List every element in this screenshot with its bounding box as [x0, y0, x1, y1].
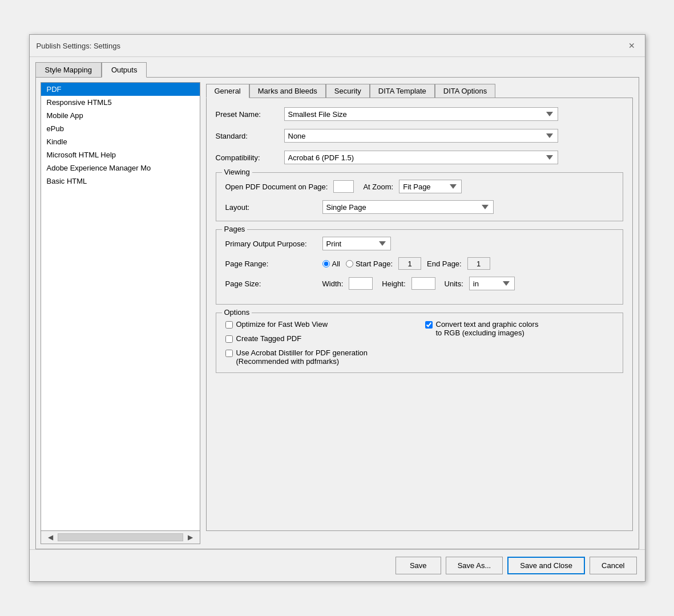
end-page-label: End Page:	[427, 260, 462, 268]
list-item-kindle[interactable]: Kindle	[41, 135, 200, 148]
checkbox-tagged[interactable]: Create Tagged PDF	[225, 334, 414, 343]
save-button[interactable]: Save	[395, 557, 441, 574]
standard-row: Standard: None	[216, 129, 623, 143]
list-item-htmlhelp[interactable]: Microsoft HTML Help	[41, 148, 200, 161]
list-item-mobile[interactable]: Mobile App	[41, 109, 200, 122]
scroll-left-arrow[interactable]: ◀	[45, 532, 56, 542]
layout-row: Layout: Single Page	[225, 200, 614, 214]
radio-start[interactable]	[346, 260, 353, 268]
standard-label: Standard:	[216, 132, 284, 140]
primary-output-select[interactable]: Print	[322, 237, 391, 250]
compatibility-label: Compatibility:	[216, 153, 284, 162]
page-range-label: Page Range:	[225, 260, 317, 268]
viewing-section: Viewing Open PDF Document on Page: At Zo…	[216, 172, 623, 221]
checkbox-optimize-input[interactable]	[225, 321, 233, 329]
dialog-content: PDF Responsive HTML5 Mobile App ePub Kin…	[35, 77, 639, 549]
tab-general[interactable]: General	[206, 84, 249, 98]
checkbox-distiller-label: Use Acrobat Distiller for PDF generation…	[236, 348, 368, 366]
dialog-tabs: Style Mapping Outputs	[30, 57, 645, 77]
tab-style-mapping[interactable]: Style Mapping	[35, 62, 102, 78]
options-legend: Options	[222, 308, 252, 317]
right-panel: General Marks and Bleeds Security DITA T…	[200, 78, 639, 549]
at-zoom-label: At Zoom:	[363, 183, 393, 191]
preset-name-label: Preset Name:	[216, 110, 284, 119]
footer: Save Save As... Save and Close Cancel	[30, 549, 645, 581]
tab-security[interactable]: Security	[326, 84, 370, 98]
checkbox-distiller[interactable]: Use Acrobat Distiller for PDF generation…	[225, 348, 414, 366]
save-as-button[interactable]: Save As...	[446, 557, 503, 574]
checkbox-optimize-label: Optimize for Fast Web View	[236, 320, 328, 329]
tab-marks-bleeds[interactable]: Marks and Bleeds	[249, 84, 326, 98]
open-pdf-row: Open PDF Document on Page: At Zoom: Fit …	[225, 180, 614, 193]
compatibility-row: Compatibility: Acrobat 6 (PDF 1.5)	[216, 151, 623, 164]
scroll-right-arrow[interactable]: ▶	[184, 532, 196, 542]
cancel-button[interactable]: Cancel	[590, 557, 636, 574]
options-section: Options Optimize for Fast Web View Creat…	[216, 313, 623, 373]
checkbox-convert-colors[interactable]: Convert text and graphic colorsto RGB (e…	[425, 320, 614, 337]
standard-select[interactable]: None	[284, 129, 558, 143]
preset-name-select[interactable]: Smallest File Size	[284, 107, 558, 121]
primary-output-row: Primary Output Purpose: Print	[225, 237, 614, 250]
page-size-label: Page Size:	[225, 279, 317, 288]
preset-name-row: Preset Name: Smallest File Size	[216, 107, 623, 121]
units-select[interactable]: in cm mm pt	[469, 277, 515, 290]
tab-dita-options[interactable]: DITA Options	[435, 84, 495, 98]
dialog-title: Publish Settings: Settings	[37, 42, 120, 50]
width-input[interactable]	[349, 277, 373, 290]
checkbox-tagged-input[interactable]	[225, 335, 233, 343]
at-zoom-select[interactable]: Fit Page	[399, 180, 462, 193]
general-tab-content: Preset Name: Smallest File Size Standard…	[206, 98, 633, 531]
layout-label: Layout:	[225, 203, 317, 212]
tab-outputs[interactable]: Outputs	[102, 62, 147, 78]
open-pdf-label: Open PDF Document on Page:	[225, 183, 328, 191]
height-input[interactable]	[411, 277, 435, 290]
page-range-row: Page Range: All Start Page: End Page:	[225, 257, 614, 270]
radio-all[interactable]	[322, 260, 330, 268]
width-label: Width:	[322, 279, 344, 288]
list-item-pdf[interactable]: PDF	[41, 83, 200, 96]
title-bar: Publish Settings: Settings ✕	[30, 35, 645, 57]
list-item-epub[interactable]: ePub	[41, 122, 200, 135]
checkbox-optimize[interactable]: Optimize for Fast Web View	[225, 320, 414, 329]
output-list[interactable]: PDF Responsive HTML5 Mobile App ePub Kin…	[41, 82, 200, 531]
radio-start-item: Start Page:	[346, 260, 393, 268]
tab-dita-template[interactable]: DITA Template	[370, 84, 435, 98]
scroll-track[interactable]	[58, 533, 183, 541]
viewing-legend: Viewing	[222, 168, 252, 176]
open-pdf-input[interactable]	[333, 180, 354, 193]
options-grid: Optimize for Fast Web View Create Tagged…	[225, 320, 614, 366]
layout-select[interactable]: Single Page	[322, 200, 494, 214]
radio-all-label: All	[332, 260, 340, 268]
page-size-row: Page Size: Width: Height: Units: in cm m…	[225, 277, 614, 290]
list-item-html5[interactable]: Responsive HTML5	[41, 96, 200, 109]
units-label: Units:	[445, 279, 463, 288]
pages-legend: Pages	[222, 225, 248, 233]
left-panel-wrapper: PDF Responsive HTML5 Mobile App ePub Kin…	[41, 82, 200, 544]
primary-output-label: Primary Output Purpose:	[225, 240, 317, 248]
checkbox-convert-input[interactable]	[425, 321, 433, 329]
inner-tabs: General Marks and Bleeds Security DITA T…	[206, 83, 633, 98]
checkbox-distiller-input[interactable]	[225, 350, 233, 357]
left-list-bottom: ◀ ▶	[41, 531, 200, 544]
height-label: Height:	[382, 279, 405, 288]
dialog: Publish Settings: Settings ✕ Style Mappi…	[29, 34, 645, 582]
save-close-button[interactable]: Save and Close	[507, 557, 585, 574]
start-page-input[interactable]	[398, 257, 421, 270]
radio-start-label: Start Page:	[356, 260, 393, 268]
close-button[interactable]: ✕	[625, 39, 638, 52]
compatibility-select[interactable]: Acrobat 6 (PDF 1.5)	[284, 151, 558, 164]
list-item-aem[interactable]: Adobe Experience Manager Mo	[41, 161, 200, 175]
radio-all-item: All	[322, 260, 340, 268]
pages-section: Pages Primary Output Purpose: Print Page…	[216, 229, 623, 305]
checkbox-tagged-label: Create Tagged PDF	[236, 334, 302, 343]
list-item-basichtml[interactable]: Basic HTML	[41, 175, 200, 188]
checkbox-convert-label: Convert text and graphic colorsto RGB (e…	[436, 320, 539, 337]
end-page-input[interactable]	[467, 257, 490, 270]
